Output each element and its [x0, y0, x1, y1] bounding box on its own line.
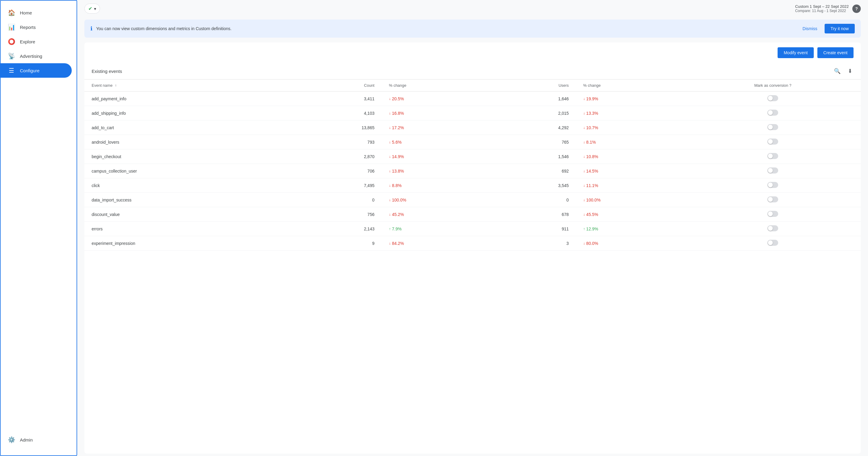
count-change-cell: ↓5.6% — [381, 135, 490, 150]
event-name-cell: android_lovers — [84, 135, 288, 150]
event-name-cell: campus_collection_user — [84, 164, 288, 178]
users-cell: 911 — [491, 222, 576, 236]
sidebar-bottom: ⚙️Admin — [1, 429, 76, 451]
sidebar-nav: 🏠Home📊Reports⭕Explore📡Advertising☰Config… — [1, 5, 76, 78]
event-name-cell: add_shipping_info — [84, 106, 288, 121]
count-pct: 5.6% — [392, 140, 401, 144]
sidebar-item-advertising[interactable]: 📡Advertising — [1, 49, 72, 63]
section-title: Existing events — [92, 69, 122, 74]
users-cell: 765 — [491, 135, 576, 150]
try-it-now-button[interactable]: Try it now — [825, 24, 855, 33]
count-down-arrow: ↓ — [389, 169, 391, 173]
count-down-arrow: ↓ — [389, 97, 391, 101]
users-cell: 1,546 — [491, 150, 576, 164]
count-cell: 7,495 — [288, 178, 381, 193]
count-down-arrow: ↓ — [389, 241, 391, 246]
users-cell: 2,015 — [491, 106, 576, 121]
compare-range: Compare: 11 Aug - 1 Sept 2022 — [795, 9, 849, 13]
info-icon: ℹ — [90, 25, 93, 32]
admin-label: Admin — [20, 437, 33, 443]
count-pct: 16.8% — [392, 111, 404, 116]
sidebar-item-reports[interactable]: 📊Reports — [1, 20, 72, 34]
sidebar-item-home[interactable]: 🏠Home — [1, 5, 72, 20]
users-down-arrow: ↓ — [583, 97, 585, 101]
users-change-cell: ↓11.1% — [576, 178, 685, 193]
sidebar-item-configure[interactable]: ☰Configure — [1, 63, 72, 78]
sidebar-item-admin[interactable]: ⚙️Admin — [1, 432, 72, 447]
event-name-cell: data_import_success — [84, 193, 288, 207]
download-button[interactable]: ⬇ — [846, 67, 854, 75]
create-event-button[interactable]: Create event — [817, 47, 854, 58]
conversion-toggle[interactable] — [767, 240, 778, 246]
users-pct: 12.9% — [586, 227, 598, 231]
sidebar-item-explore[interactable]: ⭕Explore — [1, 34, 72, 49]
users-cell: 678 — [491, 207, 576, 222]
conversion-toggle[interactable] — [767, 211, 778, 217]
conversion-toggle[interactable] — [767, 182, 778, 188]
count-pct: 7.9% — [392, 227, 401, 231]
modify-event-button[interactable]: Modify event — [778, 47, 813, 58]
table-row: experiment_impression 9 ↓84.2% 3 ↓80.0% — [84, 236, 861, 251]
count-change-cell: ↓16.8% — [381, 106, 490, 121]
sidebar: 🏠Home📊Reports⭕Explore📡Advertising☰Config… — [0, 0, 77, 456]
users-change-cell: ↓80.0% — [576, 236, 685, 251]
table-head: Event name ↑ Count % change Users % chan… — [84, 79, 861, 92]
count-pct: 8.8% — [392, 183, 401, 188]
dismiss-button[interactable]: Dismiss — [799, 24, 821, 33]
count-pct: 13.8% — [392, 169, 404, 173]
events-table-section: Existing events 🔍 ⬇ Event name ↑ Count %… — [84, 63, 861, 454]
count-pct: 14.9% — [392, 154, 404, 159]
users-cell: 4,292 — [491, 121, 576, 135]
table-body: add_payment_info 3,411 ↓20.5% 1,646 ↓19.… — [84, 92, 861, 251]
count-cell: 2,870 — [288, 150, 381, 164]
conversion-cell — [685, 106, 861, 121]
users-down-arrow: ↓ — [583, 198, 585, 202]
event-name-cell: add_to_cart — [84, 121, 288, 135]
search-button[interactable]: 🔍 — [833, 67, 842, 75]
conversion-toggle[interactable] — [767, 167, 778, 173]
count-cell: 4,103 — [288, 106, 381, 121]
users-pct: 19.9% — [586, 96, 598, 101]
status-button[interactable]: ✔ ▾ — [84, 4, 100, 13]
count-change-cell: ↓14.9% — [381, 150, 490, 164]
users-down-arrow: ↓ — [583, 184, 585, 188]
col-event-name[interactable]: Event name ↑ — [84, 79, 288, 92]
table-row: data_import_success 0 ↓100.0% 0 ↓100.0% — [84, 193, 861, 207]
count-pct: 84.2% — [392, 241, 404, 246]
date-range: Custom 1 Sept – 22 Sept 2022 — [795, 4, 849, 9]
date-range-info: Custom 1 Sept – 22 Sept 2022 Compare: 11… — [795, 4, 849, 13]
count-pct: 17.2% — [392, 125, 404, 130]
conversion-toggle[interactable] — [767, 196, 778, 202]
count-pct: 45.2% — [392, 212, 404, 217]
users-change-cell: ↓45.5% — [576, 207, 685, 222]
conversion-toggle[interactable] — [767, 95, 778, 101]
users-pct: 10.7% — [586, 125, 598, 130]
home-icon: 🏠 — [8, 9, 15, 16]
event-name-cell: discount_value — [84, 207, 288, 222]
table-row: add_shipping_info 4,103 ↓16.8% 2,015 ↓13… — [84, 106, 861, 121]
users-change-cell: ↓8.1% — [576, 135, 685, 150]
events-content: Modify event Create event Existing event… — [84, 42, 861, 454]
count-down-arrow: ↓ — [389, 212, 391, 217]
count-cell: 13,865 — [288, 121, 381, 135]
main-content: ✔ ▾ Custom 1 Sept – 22 Sept 2022 Compare… — [77, 0, 868, 456]
conversion-toggle[interactable] — [767, 110, 778, 116]
conversion-toggle[interactable] — [767, 138, 778, 144]
conversion-toggle[interactable] — [767, 124, 778, 130]
users-pct: 100.0% — [586, 198, 600, 202]
conversion-toggle[interactable] — [767, 153, 778, 159]
event-name-cell: errors — [84, 222, 288, 236]
users-change-cell: ↓10.7% — [576, 121, 685, 135]
users-change-cell: ↓19.9% — [576, 92, 685, 106]
events-table: Event name ↑ Count % change Users % chan… — [84, 79, 861, 251]
users-change-cell: ↓10.8% — [576, 150, 685, 164]
topbar-left: ✔ ▾ — [84, 4, 100, 13]
table-header: Event name ↑ Count % change Users % chan… — [84, 79, 861, 92]
conversion-toggle[interactable] — [767, 225, 778, 231]
table-row: add_to_cart 13,865 ↓17.2% 4,292 ↓10.7% — [84, 121, 861, 135]
banner-text: You can now view custom dimensions and m… — [96, 26, 795, 31]
help-button[interactable]: ? — [852, 4, 861, 13]
count-down-arrow: ↓ — [389, 140, 391, 144]
users-down-arrow: ↓ — [583, 140, 585, 144]
count-change-cell: ↓45.2% — [381, 207, 490, 222]
